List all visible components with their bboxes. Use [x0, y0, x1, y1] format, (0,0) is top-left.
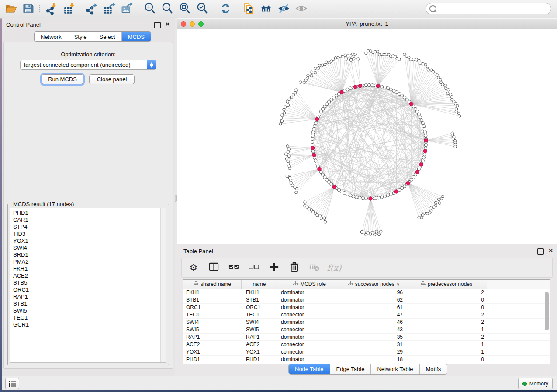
control-panel-header: Control Panel × — [2, 18, 175, 31]
mcds-result-list[interactable]: PHD1CAR1STP4TID3YOX1SWI4SRD1PMA2FKH1ACE2… — [10, 208, 166, 363]
tab-select[interactable]: Select — [93, 32, 122, 41]
select-all-button[interactable] — [228, 262, 239, 273]
column-header-shared-name[interactable]: shared name — [183, 280, 242, 289]
result-node-item[interactable]: PMA2 — [10, 258, 166, 265]
show-columns-button[interactable] — [208, 262, 219, 273]
zoom-in-button[interactable] — [141, 1, 159, 17]
table-row[interactable]: FKH1FKH1dominator962 — [183, 289, 550, 296]
import-table-button[interactable] — [60, 1, 77, 17]
table-row[interactable]: YOX1YOX1connector291 — [183, 348, 550, 356]
table-row[interactable]: SWI4SWI4dominator462 — [183, 319, 550, 326]
tab-network[interactable]: Network — [35, 32, 68, 41]
apply-layout-button[interactable] — [217, 1, 234, 17]
result-node-item[interactable]: TEC1 — [10, 314, 166, 321]
zoom-out-button[interactable] — [159, 1, 176, 17]
result-node-item[interactable]: SWI4 — [10, 244, 166, 251]
zoom-fit-button[interactable] — [176, 1, 194, 17]
cell-name: ACE2 — [242, 341, 277, 347]
run-mcds-button[interactable]: Run MCDS — [42, 74, 83, 84]
network-canvas[interactable] — [177, 29, 557, 244]
table-row[interactable]: ACE2ACE2connector311 — [183, 341, 550, 348]
table-float-icon[interactable] — [537, 248, 544, 255]
result-node-item[interactable]: STP4 — [10, 224, 166, 230]
cell-predecessor-nodes: 0 — [406, 297, 487, 303]
export-image-button[interactable] — [118, 1, 135, 17]
result-node-item[interactable]: SWI5 — [10, 307, 166, 314]
attribute-icon — [194, 281, 198, 287]
table-row[interactable]: STB1STB1dominator620 — [183, 296, 550, 304]
save-session-icon — [21, 2, 35, 17]
delete-columns-button[interactable] — [288, 262, 300, 273]
delete-table-icon — [309, 261, 320, 274]
close-panel-button[interactable]: Close panel — [89, 74, 135, 84]
table-row[interactable]: ORC1ORC1dominator610 — [183, 304, 550, 311]
cell-predecessor-nodes: 0 — [406, 356, 487, 362]
window-close-icon[interactable] — [181, 21, 186, 27]
tab-edge-table[interactable]: Edge Table — [330, 364, 371, 374]
result-node-item[interactable]: TID3 — [10, 230, 166, 237]
table-row[interactable]: RAP1RAP1dominator352 — [183, 334, 550, 341]
float-panel-icon[interactable] — [154, 22, 161, 28]
optimization-criterion-label: Optimization criterion: — [4, 51, 173, 58]
result-node-item[interactable]: YOX1 — [10, 237, 166, 244]
export-network-button[interactable] — [83, 1, 100, 17]
first-neighbors-button[interactable] — [257, 1, 275, 17]
search-field[interactable] — [426, 3, 551, 14]
cell-predecessor-nodes: 2 — [406, 312, 487, 318]
result-node-item[interactable]: ACE2 — [10, 272, 166, 279]
tab-network-table[interactable]: Network Table — [371, 364, 419, 374]
result-scrollbar[interactable] — [160, 208, 166, 362]
table-panel: Table Panel × ⚙f(x) shared namenameMCDS … — [177, 244, 557, 376]
result-node-item[interactable]: PHD1 — [10, 210, 166, 217]
import-network-icon — [45, 2, 58, 17]
result-node-item[interactable]: ORC1 — [10, 286, 166, 293]
deselect-all-button[interactable] — [248, 262, 259, 273]
save-session-button[interactable] — [19, 1, 37, 17]
task-history-button[interactable] — [5, 378, 19, 389]
column-header-MCDS-role[interactable]: MCDS role — [277, 280, 342, 289]
cell-MCDS-role: connector — [277, 327, 342, 333]
result-node-item[interactable]: FKH1 — [10, 265, 166, 272]
export-table-button[interactable] — [100, 1, 118, 17]
zoom-selected-button[interactable] — [194, 1, 211, 17]
window-minimize-icon[interactable] — [190, 21, 195, 27]
result-node-item[interactable]: STB1 — [10, 300, 166, 307]
table-row[interactable]: SWI5SWI5connector431 — [183, 326, 550, 334]
table-row[interactable]: TEC1TEC1connector472 — [183, 311, 550, 319]
delete-columns-icon — [289, 261, 300, 274]
column-header-filler — [487, 280, 550, 289]
open-file-button[interactable] — [2, 1, 19, 17]
node-table: shared namenameMCDS rolesuccessor nodes∨… — [183, 279, 550, 364]
result-node-item[interactable]: RAP1 — [10, 293, 166, 300]
network-from-selection-button[interactable] — [240, 1, 257, 17]
search-input[interactable] — [436, 4, 551, 14]
cell-predecessor-nodes: 2 — [406, 289, 487, 296]
show-all-button[interactable] — [292, 1, 310, 17]
network-graph[interactable] — [177, 29, 557, 244]
tab-node-table[interactable]: Node Table — [289, 364, 330, 374]
tab-style[interactable]: Style — [68, 32, 93, 41]
result-node-item[interactable]: GCR1 — [10, 321, 166, 328]
close-panel-icon[interactable]: × — [166, 20, 170, 28]
memory-button[interactable]: Memory — [518, 378, 553, 389]
table-scrollbar[interactable] — [544, 289, 549, 363]
table-row[interactable]: PHD1PHD1dominator180 — [183, 356, 550, 363]
result-node-item[interactable]: SRD1 — [10, 251, 166, 258]
add-column-button[interactable] — [268, 262, 280, 273]
table-close-icon[interactable]: × — [549, 247, 553, 254]
table-settings-button[interactable]: ⚙ — [188, 262, 199, 273]
result-node-item[interactable]: STB5 — [10, 279, 166, 286]
tab-mcds[interactable]: MCDS — [122, 32, 151, 41]
window-zoom-icon[interactable] — [198, 21, 204, 27]
table-scrollbar-thumb[interactable] — [545, 292, 549, 330]
tab-motifs[interactable]: Motifs — [420, 364, 447, 374]
column-header-successor-nodes[interactable]: successor nodes∨ — [342, 280, 406, 289]
import-network-button[interactable] — [42, 1, 60, 17]
first-neighbors-icon — [259, 2, 273, 17]
hide-selected-button[interactable] — [275, 1, 292, 17]
column-header-name[interactable]: name — [242, 280, 277, 289]
criterion-dropdown[interactable]: largest connected component (undirected) — [20, 60, 156, 70]
show-columns-icon — [208, 261, 219, 274]
column-header-predecessor-nodes[interactable]: predecessor nodes — [406, 280, 487, 289]
result-node-item[interactable]: CAR1 — [10, 217, 166, 224]
